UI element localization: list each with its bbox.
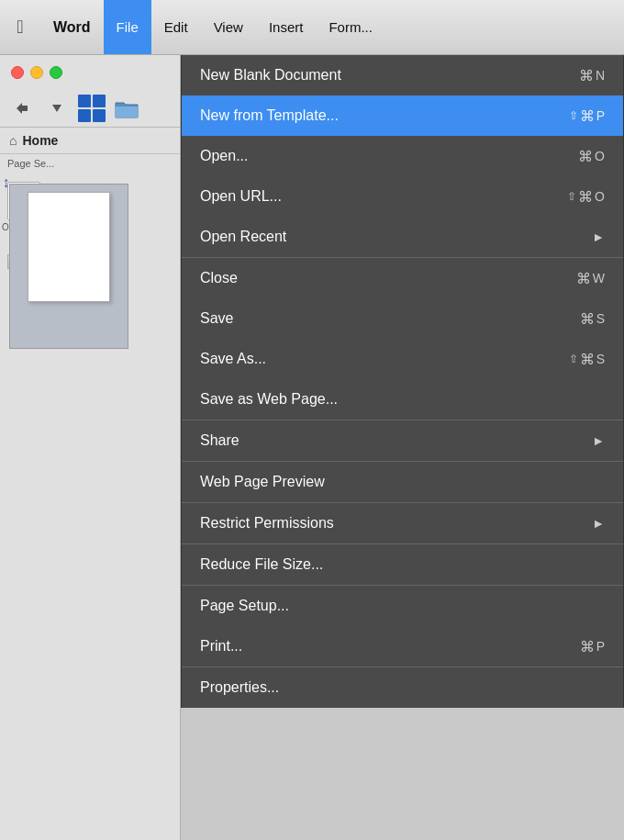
menu-item-open-url[interactable]: Open URL... ⇧⌘O xyxy=(182,176,623,217)
menu-item-new-template[interactable]: New from Template... ⇧⌘P xyxy=(182,95,623,136)
home-icon: ⌂ xyxy=(9,133,17,148)
back-icon[interactable] xyxy=(7,94,37,123)
app-window: ⌂ Home Page Se... ↕ ↔ Orientation xyxy=(0,55,624,840)
submenu-arrow-share: ► xyxy=(592,433,605,448)
home-section: ⌂ Home xyxy=(0,127,180,153)
insert-menu[interactable]: Insert xyxy=(256,0,317,54)
menu-item-save[interactable]: Save ⌘S xyxy=(182,298,623,339)
menu-bar:  Word File Edit View Insert Form... xyxy=(0,0,624,55)
close-button[interactable] xyxy=(11,66,24,79)
menu-item-properties[interactable]: Properties... xyxy=(182,667,623,708)
home-label: Home xyxy=(22,133,58,148)
shortcut-save-as: ⇧⌘S xyxy=(569,351,605,368)
format-menu[interactable]: Form... xyxy=(316,0,385,54)
menu-item-page-setup[interactable]: Page Setup... xyxy=(182,586,623,626)
menu-item-reduce[interactable]: Reduce File Size... xyxy=(182,544,623,585)
maximize-button[interactable] xyxy=(50,66,62,79)
toolbar-icons xyxy=(0,90,180,127)
shortcut-new-blank: ⌘N xyxy=(579,67,605,84)
submenu-arrow-restrict: ► xyxy=(592,516,605,531)
page-setup-label: Page Se... xyxy=(0,153,180,173)
menu-item-close[interactable]: Close ⌘W xyxy=(182,258,623,298)
menu-item-open-recent[interactable]: Open Recent ► xyxy=(182,217,623,257)
menu-item-new-blank[interactable]: New Blank Document ⌘N xyxy=(182,55,623,95)
doc-page xyxy=(28,192,110,302)
folder-icon[interactable] xyxy=(112,94,141,123)
grid-icon[interactable] xyxy=(77,94,106,123)
shortcut-save: ⌘S xyxy=(580,310,605,328)
menu-item-share[interactable]: Share ► xyxy=(182,420,623,461)
menu-item-save-as[interactable]: Save As... ⇧⌘S xyxy=(182,339,623,379)
file-dropdown-menu: New Blank Document ⌘N New from Template.… xyxy=(181,55,624,708)
view-menu[interactable]: View xyxy=(201,0,256,54)
shortcut-close: ⌘W xyxy=(576,270,605,287)
minimize-button[interactable] xyxy=(30,66,43,79)
apple-menu[interactable]:  xyxy=(0,17,40,38)
menu-item-restrict[interactable]: Restrict Permissions ► xyxy=(182,503,623,543)
app-name[interactable]: Word xyxy=(40,0,104,54)
shortcut-print: ⌘P xyxy=(580,638,605,655)
file-menu[interactable]: File xyxy=(104,0,151,54)
menu-item-web-preview[interactable]: Web Page Preview xyxy=(182,462,623,502)
shortcut-open: ⌘O xyxy=(578,148,605,165)
shortcut-new-template: ⇧⌘P xyxy=(569,107,605,125)
submenu-arrow-recent: ► xyxy=(592,230,605,244)
window-chrome: ⌂ Home Page Se... ↕ ↔ Orientation xyxy=(0,55,181,840)
menu-item-save-web[interactable]: Save as Web Page... xyxy=(182,379,623,420)
traffic-lights xyxy=(0,55,180,90)
edit-menu[interactable]: Edit xyxy=(151,0,201,54)
doc-preview xyxy=(9,184,128,349)
shortcut-open-url: ⇧⌘O xyxy=(567,188,605,206)
menu-item-open[interactable]: Open... ⌘O xyxy=(182,136,623,176)
menu-item-print[interactable]: Print... ⌘P xyxy=(182,626,623,666)
dropdown-arrow-icon[interactable] xyxy=(42,94,72,123)
